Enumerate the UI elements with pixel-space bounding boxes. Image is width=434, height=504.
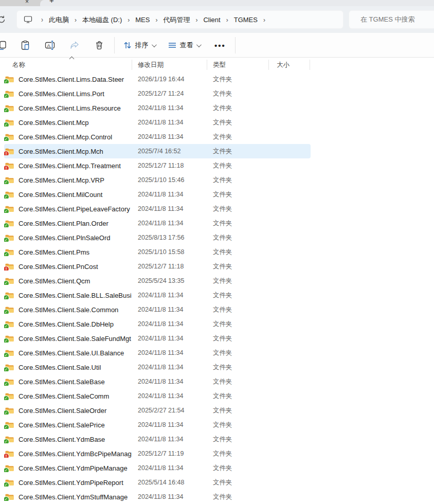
- sort-label: 排序: [135, 41, 149, 50]
- file-row[interactable]: ✓Core.StlMes.Client.SaleOrder2025/2/27 2…: [4, 403, 311, 418]
- folder-icon: !: [5, 450, 14, 457]
- file-row[interactable]: ✓Core.StlMes.Client.YdmBase2024/11/8 11:…: [4, 432, 311, 446]
- file-row[interactable]: ✓Core.StlMes.Client.PipeLeaveFactory2024…: [4, 202, 311, 216]
- rename-button[interactable]: A: [41, 36, 59, 55]
- breadcrumb-item[interactable]: 代码管理: [162, 16, 191, 24]
- more-options-button[interactable]: •••: [210, 36, 230, 55]
- breadcrumb-item[interactable]: MES: [134, 16, 151, 24]
- column-header-name[interactable]: 名称: [4, 61, 132, 69]
- svn-status-badge: ✓: [4, 209, 9, 213]
- folder-icon: ✓: [5, 320, 14, 328]
- file-row[interactable]: ✓Core.StlMes.Client.Lims.Data.Steer2026/…: [4, 72, 311, 86]
- search-placeholder: 在 TGMES 中搜索: [360, 15, 414, 24]
- search-box[interactable]: 在 TGMES 中搜索: [349, 10, 434, 29]
- paste-button[interactable]: [16, 36, 34, 55]
- column-divider[interactable]: [310, 60, 310, 70]
- file-row[interactable]: ✓Core.StlMes.Client.MilCount2024/11/8 11…: [4, 187, 311, 202]
- file-row[interactable]: ✓Core.StlMes.Client.Qcm2025/5/24 13:35文件…: [4, 274, 311, 288]
- column-header-type[interactable]: 类型: [207, 61, 268, 69]
- file-row[interactable]: ✓Core.StlMes.Client.Sale.Common2024/11/8…: [4, 302, 311, 317]
- file-row[interactable]: !Core.StlMes.Client.Mcp.Treatment2025/12…: [4, 158, 311, 173]
- breadcrumb-item[interactable]: 此电脑: [48, 16, 70, 24]
- column-header-row: 名称 修改日期 类型 大小: [4, 58, 311, 72]
- file-row[interactable]: ✓Core.StlMes.Client.Pms2025/1/10 15:58文件…: [4, 245, 311, 259]
- refresh-icon[interactable]: [0, 15, 6, 26]
- svn-status-badge: ✓: [4, 353, 9, 357]
- file-name: Core.StlMes.Client.YdmStuffManage: [19, 493, 128, 501]
- file-row[interactable]: ✓Core.StlMes.Client.Lims.Port2025/12/7 1…: [4, 86, 311, 101]
- breadcrumb-item[interactable]: 本地磁盘 (D:): [81, 16, 123, 24]
- column-header-size[interactable]: 大小: [268, 61, 310, 69]
- file-name: Core.StlMes.Client.PnCost: [19, 263, 98, 271]
- file-row[interactable]: !Core.StlMes.Client.PnCost2025/12/7 11:1…: [4, 259, 311, 274]
- file-date: 2024/11/8 11:34: [132, 493, 207, 500]
- file-row[interactable]: ✓Core.StlMes.Client.SalePrice2024/11/8 1…: [4, 418, 311, 432]
- column-divider[interactable]: [207, 60, 207, 70]
- new-tab-icon[interactable]: +: [49, 0, 54, 4]
- tab-close-icon[interactable]: ×: [25, 0, 29, 5]
- file-name-cell: ✓Core.StlMes.Client.Sale.BLL.SaleBusin..…: [4, 292, 132, 299]
- folder-icon: ✓: [5, 220, 14, 227]
- sort-button[interactable]: 排序: [119, 36, 158, 55]
- svn-status-badge: ✓: [4, 122, 9, 127]
- file-name-cell: ✓Core.StlMes.Client.YdmPipeReport: [4, 479, 132, 487]
- folder-icon: ✓: [5, 335, 14, 342]
- share-button[interactable]: [65, 36, 84, 55]
- file-row[interactable]: ✓Core.StlMes.Client.YdmPipeReport2025/5/…: [4, 475, 311, 490]
- file-row[interactable]: ✓Core.StlMes.Client.Sale.BLL.SaleBusin..…: [4, 288, 311, 302]
- breadcrumb: 此电脑›本地磁盘 (D:)›MES›代码管理›Client›TGMES›: [48, 15, 270, 25]
- file-row[interactable]: ✓Core.StlMes.Client.Sale.SaleFundMgt2024…: [4, 331, 311, 346]
- file-row[interactable]: ✓Core.StlMes.Client.Plan.Order2024/11/8 …: [4, 216, 311, 230]
- column-divider[interactable]: [132, 60, 132, 70]
- file-row[interactable]: ✓Core.StlMes.Client.SaleComm2024/11/8 11…: [4, 389, 311, 403]
- svn-status-badge: !: [4, 454, 9, 458]
- svn-status-badge: ✓: [4, 223, 9, 227]
- file-name-cell: ✓Core.StlMes.Client.Sale.SaleFundMgt: [4, 335, 132, 343]
- file-row[interactable]: ✓Core.StlMes.Client.Sale.UI.Balance2024/…: [4, 346, 311, 360]
- svn-status-badge: ✓: [4, 238, 9, 242]
- file-date: 2024/11/8 11:34: [132, 104, 207, 112]
- file-type: 文件夹: [207, 320, 268, 329]
- folder-icon: ✓: [5, 378, 14, 385]
- file-type: 文件夹: [207, 89, 268, 98]
- breadcrumb-separator: ›: [191, 16, 202, 24]
- file-date: 2024/11/8 11:34: [132, 349, 207, 356]
- file-row[interactable]: !Core.StlMes.Client.YdmBcPipeManage2025/…: [4, 446, 311, 461]
- file-name-cell: ✓Core.StlMes.Client.Qcm: [4, 277, 132, 285]
- file-name: Core.StlMes.Client.Mcp.Treatment: [19, 162, 121, 170]
- file-name: Core.StlMes.Client.Qcm: [19, 277, 90, 285]
- file-row[interactable]: ✓Core.StlMes.Client.Sale.Util2024/11/8 1…: [4, 360, 311, 374]
- file-row[interactable]: ✓Core.StlMes.Client.Mcp.Control2024/11/8…: [4, 130, 311, 144]
- file-row[interactable]: ✓Core.StlMes.Client.Mcp.VRP2025/1/10 15:…: [4, 173, 311, 187]
- file-type: 文件夹: [207, 205, 268, 213]
- delete-button[interactable]: [90, 36, 109, 55]
- file-row[interactable]: ✓Core.StlMes.Client.Sale.DbHelp2024/11/8…: [4, 317, 311, 331]
- column-divider[interactable]: [268, 60, 269, 70]
- file-name-cell: ✓Core.StlMes.Client.Sale.DbHelp: [4, 320, 132, 328]
- file-row[interactable]: !Core.StlMes.Client.Mcp.Mch2025/7/4 16:5…: [4, 144, 311, 158]
- column-header-date[interactable]: 修改日期: [132, 61, 207, 69]
- file-name-cell: ✓Core.StlMes.Client.Sale.Common: [4, 306, 132, 314]
- file-name: Core.StlMes.Client.Pms: [19, 248, 89, 256]
- file-row[interactable]: ✓Core.StlMes.Client.YdmPipeManage2024/11…: [4, 461, 311, 475]
- view-button[interactable]: 查看: [164, 36, 204, 55]
- file-row[interactable]: ✓Core.StlMes.Client.SaleBase2024/11/8 11…: [4, 374, 311, 389]
- breadcrumb-item[interactable]: TGMES: [233, 16, 259, 24]
- svn-status-badge: ✓: [4, 281, 9, 285]
- address-bar[interactable]: › 此电脑›本地磁盘 (D:)›MES›代码管理›Client›TGMES›: [16, 10, 343, 29]
- file-name-cell: !Core.StlMes.Client.YdmBcPipeManage: [4, 450, 132, 458]
- file-name-cell: ✓Core.StlMes.Client.Lims.Port: [4, 90, 132, 98]
- file-name-cell: ✓Core.StlMes.Client.YdmStuffManage: [4, 493, 132, 501]
- file-row[interactable]: ✓Core.StlMes.Client.YdmStuffManage2024/1…: [4, 490, 311, 504]
- svn-status-badge: ✓: [4, 137, 9, 141]
- file-row[interactable]: ✓Core.StlMes.Client.Mcp2024/11/8 11:34文件…: [4, 115, 311, 130]
- folder-icon: ✓: [5, 464, 14, 472]
- file-name-cell: !Core.StlMes.Client.PnCost: [4, 263, 132, 271]
- file-row[interactable]: ✓Core.StlMes.Client.PlnSaleOrd2025/8/13 …: [4, 230, 311, 245]
- breadcrumb-separator: ›: [259, 16, 270, 24]
- file-row[interactable]: ✓Core.StlMes.Client.Lims.Resource2024/11…: [4, 101, 311, 115]
- breadcrumb-item[interactable]: Client: [202, 16, 221, 24]
- copy-button[interactable]: [0, 36, 11, 55]
- svn-status-badge: ✓: [4, 310, 9, 314]
- svn-status-badge: ✓: [4, 425, 9, 429]
